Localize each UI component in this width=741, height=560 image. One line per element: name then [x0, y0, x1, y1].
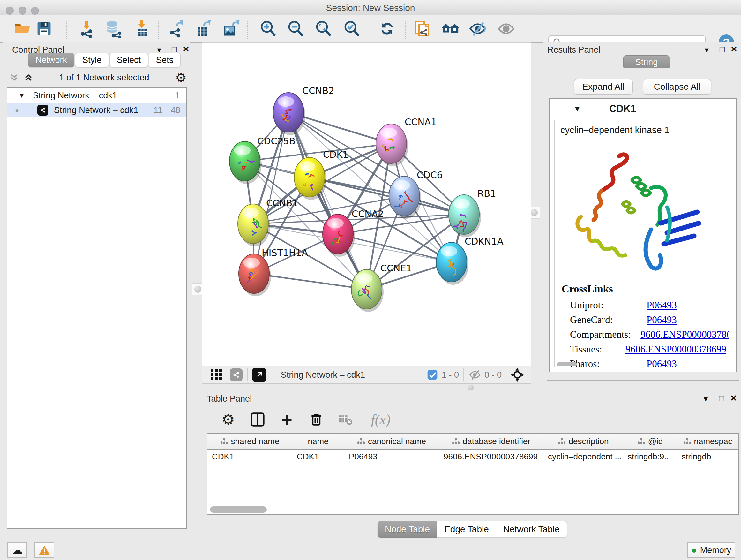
show-eye-button[interactable] [496, 19, 516, 38]
edge-CCNB2-CCNE1[interactable] [288, 112, 367, 289]
memory-status-button[interactable]: ● Memory [687, 543, 735, 558]
node-CCNB2[interactable]: CCNB2 [273, 85, 334, 135]
network-row[interactable]: ● String Network – cdk1 11 48 [7, 103, 186, 118]
tab-sets[interactable]: Sets [149, 53, 181, 67]
zoom-in-button[interactable] [259, 19, 278, 38]
collection-expand-triangle-icon[interactable]: ▼ [18, 91, 25, 100]
copy-document-icon [413, 20, 431, 38]
tab-style[interactable]: Style [75, 53, 109, 67]
toolbar-separator [369, 18, 370, 39]
tab-network-table[interactable]: Network Table [496, 521, 567, 538]
network-options-gear-icon[interactable]: ⚙ [175, 73, 187, 82]
selected-checkbox-icon[interactable] [427, 369, 438, 380]
expand-all-chevron-icon[interactable] [10, 73, 19, 82]
table-cell[interactable]: CDK1 [207, 449, 292, 463]
birds-eye-view-icon[interactable] [510, 368, 525, 382]
network-graph[interactable]: CCNB2CCNA1CDC25BCDK1CDC6RB1CCNB1CCNA2CDK… [202, 43, 531, 366]
tab-string[interactable]: String [623, 55, 670, 69]
export-table-button[interactable] [194, 19, 213, 38]
crosslink-value-link[interactable]: 9606.ENSP00000378699 [641, 329, 729, 340]
string-copy-network-button[interactable] [413, 19, 432, 38]
delete-table-icon[interactable] [337, 411, 354, 428]
table-cell[interactable]: stringdb [677, 449, 738, 463]
column-header-canonical-name[interactable]: canonical name [344, 434, 439, 449]
column-type-icon [558, 437, 565, 445]
selected-count: 1 - 0 [442, 370, 459, 380]
zoom-selected-button[interactable] [342, 19, 361, 38]
import-network-file-button[interactable] [77, 19, 96, 38]
column-header-shared-name[interactable]: shared name [207, 434, 292, 449]
column-header-name[interactable]: name [292, 434, 344, 449]
column-header-namespac[interactable]: namespac [677, 434, 738, 449]
results-panel-close-icon[interactable]: ✕ [731, 44, 738, 54]
crosslink-value-link[interactable]: P06493 [647, 314, 677, 326]
zoom-out-button[interactable] [286, 19, 305, 38]
hidden-eye-slash-icon[interactable] [468, 368, 481, 381]
open-session-button[interactable] [13, 19, 32, 38]
string-home-button[interactable] [441, 19, 460, 38]
network-canvas[interactable]: CCNB2CCNA1CDC25BCDK1CDC6RB1CCNB1CCNA2CDK… [202, 43, 531, 367]
table-settings-gear-icon[interactable]: ⚙ [219, 411, 237, 428]
crosslink-value-link[interactable]: 9606.ENSP00000378699 [625, 344, 726, 355]
table-panel-float-icon[interactable]: ▾ [704, 394, 708, 404]
warnings-button[interactable] [35, 543, 54, 558]
table-cell[interactable]: stringdb:9... [623, 449, 677, 463]
crosslink-value-link[interactable]: P06493 [647, 358, 677, 367]
show-columns-icon[interactable] [249, 411, 266, 428]
grid-view-icon[interactable] [210, 368, 223, 381]
string-hide-glass-button[interactable] [468, 19, 487, 38]
crosslink-value-link[interactable]: P06493 [647, 300, 677, 311]
column-header-description[interactable]: description [543, 434, 623, 449]
zoom-out-icon [286, 20, 305, 38]
table-cell[interactable]: CDK1 [292, 449, 344, 463]
node-table[interactable]: shared namenamecanonical namedatabase id… [207, 433, 739, 515]
delete-column-trash-icon[interactable] [308, 411, 325, 428]
network-collection-row[interactable]: ▼ String Network – cdk1 1 [7, 88, 186, 103]
column-header--id[interactable]: @id [623, 434, 677, 449]
import-table-file-button[interactable] [132, 19, 151, 38]
collapse-all-chevron-icon[interactable] [23, 73, 33, 82]
gene-card-header[interactable]: ▼ CDK1 [550, 99, 736, 119]
save-session-button[interactable] [35, 19, 54, 38]
apply-layout-button[interactable] [378, 19, 397, 38]
table-cell[interactable]: cyclin–dependent ... [543, 449, 623, 463]
table-panel-maximize-icon[interactable]: □ [719, 393, 724, 403]
node-CDC25B[interactable]: CDC25B [229, 136, 295, 184]
expand-all-button[interactable]: Expand All [574, 79, 633, 95]
table-cell[interactable]: P06493 [344, 449, 439, 463]
control-panel-close-icon[interactable]: ✕ [183, 44, 190, 54]
column-header-database-identifier[interactable]: database identifier [439, 434, 543, 449]
node-RB1[interactable]: RB1 [449, 188, 496, 237]
tab-edge-table[interactable]: Edge Table [437, 521, 496, 538]
tab-node-table[interactable]: Node Table [378, 521, 437, 538]
table-cell[interactable]: 9606.ENSP00000378699 [439, 449, 543, 463]
node-CCNA2[interactable]: CCNA2 [323, 208, 384, 257]
gene-collapse-triangle-icon[interactable]: ▼ [574, 105, 581, 113]
network-view-share-icon[interactable] [230, 368, 243, 381]
import-network-database-button[interactable] [104, 19, 123, 38]
detach-view-button[interactable] [252, 368, 266, 382]
export-network-button[interactable] [166, 19, 185, 38]
gene-card-hscroll-thumb[interactable] [556, 362, 577, 366]
table-hscroll-thumb[interactable] [210, 506, 267, 513]
node-label-RB1: RB1 [477, 188, 496, 199]
node-CDKN1A[interactable]: CDKN1A [436, 236, 503, 285]
zoom-fit-icon [314, 20, 332, 38]
title-bar: Session: New Session [0, 0, 741, 16]
table-panel-close-icon[interactable]: ✕ [730, 393, 737, 403]
results-panel-float-icon[interactable]: ▾ [704, 45, 709, 55]
table-row[interactable]: CDK1CDK1P064939606.ENSP00000378699cyclin… [207, 449, 738, 463]
results-panel-maximize-icon[interactable]: □ [720, 44, 725, 54]
add-column-plus-icon[interactable]: + [278, 411, 295, 428]
collapse-all-button[interactable]: Collapse All [643, 79, 711, 95]
function-builder-icon[interactable]: f(x) [366, 411, 395, 428]
node-CCNE1[interactable]: CCNE1 [351, 263, 412, 312]
tab-network[interactable]: Network [28, 53, 74, 67]
zoom-fit-button[interactable] [314, 19, 333, 38]
node-HIST1H1A[interactable]: HIST1H1A [239, 247, 308, 296]
tab-select[interactable]: Select [110, 53, 148, 67]
export-image-button[interactable] [221, 19, 240, 38]
horizontal-splitter-handle[interactable] [468, 385, 474, 390]
node-CDC6[interactable]: CDC6 [389, 170, 443, 219]
cloud-status-button[interactable]: ☁ [7, 543, 27, 558]
